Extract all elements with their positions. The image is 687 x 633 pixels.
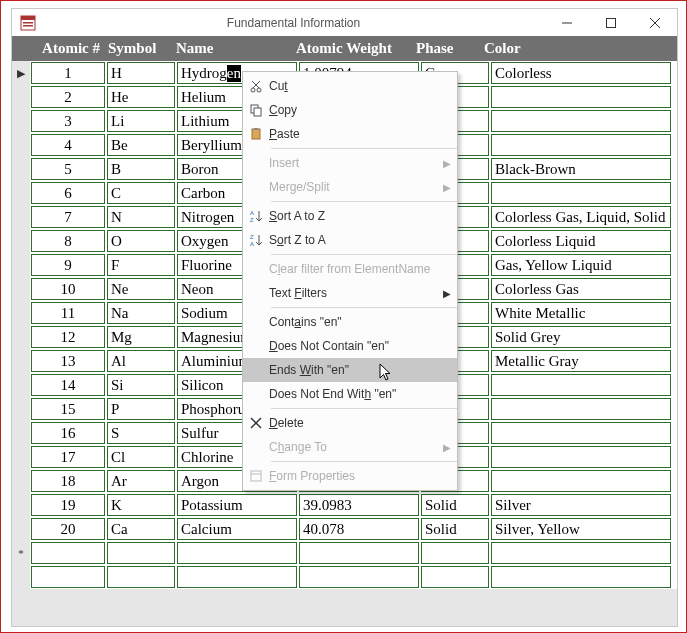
cell-color[interactable]: Silver, Yellow xyxy=(491,518,671,540)
row-selector[interactable]: * xyxy=(12,541,30,565)
row-selector[interactable]: ▶ xyxy=(12,61,30,85)
menu-not-end-with[interactable]: Does Not End With "en" xyxy=(243,382,457,406)
cell-atomic-num[interactable]: 5 xyxy=(31,158,105,180)
row-selector[interactable] xyxy=(12,205,30,229)
row-selector[interactable] xyxy=(12,421,30,445)
row-selector[interactable] xyxy=(12,133,30,157)
cell-symbol[interactable]: O xyxy=(107,230,175,252)
cell-atomic-num[interactable]: 20 xyxy=(31,518,105,540)
cell-empty[interactable] xyxy=(177,542,297,564)
cell-weight[interactable]: 40.078 xyxy=(299,518,419,540)
cell-symbol[interactable]: Cl xyxy=(107,446,175,468)
menu-contains[interactable]: Contains "en" xyxy=(243,310,457,334)
minimize-button[interactable] xyxy=(545,9,589,36)
cell-color[interactable]: White Metallic xyxy=(491,302,671,324)
cell-atomic-num[interactable]: 17 xyxy=(31,446,105,468)
cell-empty[interactable] xyxy=(491,542,671,564)
cell-atomic-num[interactable]: 7 xyxy=(31,206,105,228)
header-symbol[interactable]: Symbol xyxy=(104,40,172,57)
cell-atomic-num[interactable]: 9 xyxy=(31,254,105,276)
cell-symbol[interactable]: Li xyxy=(107,110,175,132)
new-row[interactable]: * xyxy=(12,541,677,565)
menu-text-filters[interactable]: Text Filters ▶ xyxy=(243,281,457,305)
cell-symbol[interactable]: C xyxy=(107,182,175,204)
cell-atomic-num[interactable]: 16 xyxy=(31,422,105,444)
row-selector[interactable] xyxy=(12,277,30,301)
cell-atomic-num[interactable]: 10 xyxy=(31,278,105,300)
close-button[interactable] xyxy=(633,9,677,36)
cell-atomic-num[interactable]: 8 xyxy=(31,230,105,252)
cell-color[interactable] xyxy=(491,134,671,156)
cell-empty[interactable] xyxy=(421,542,489,564)
cell-empty[interactable] xyxy=(31,542,105,564)
cell-symbol[interactable]: F xyxy=(107,254,175,276)
header-row[interactable]: Atomic # Symbol Name Atomic Weight Phase… xyxy=(12,36,677,61)
menu-not-contain[interactable]: Does Not Contain "en" xyxy=(243,334,457,358)
row-selector[interactable] xyxy=(12,445,30,469)
row-selector[interactable] xyxy=(12,325,30,349)
cell-symbol[interactable]: Si xyxy=(107,374,175,396)
row-selector[interactable] xyxy=(12,85,30,109)
cell-atomic-num[interactable]: 1 xyxy=(31,62,105,84)
table-row[interactable]: 19KPotassium39.0983SolidSilver xyxy=(12,493,677,517)
cell-atomic-num[interactable]: 11 xyxy=(31,302,105,324)
cell-color[interactable] xyxy=(491,398,671,420)
header-color[interactable]: Color xyxy=(480,40,660,57)
cell-symbol[interactable]: Be xyxy=(107,134,175,156)
header-name[interactable]: Name xyxy=(172,40,292,57)
row-selector[interactable] xyxy=(12,493,30,517)
cell-symbol[interactable]: H xyxy=(107,62,175,84)
cell-symbol[interactable]: N xyxy=(107,206,175,228)
cell-color[interactable]: Colorless Gas xyxy=(491,278,671,300)
cell-color[interactable]: Colorless xyxy=(491,62,671,84)
cell-color[interactable] xyxy=(491,182,671,204)
cell-atomic-num[interactable]: 14 xyxy=(31,374,105,396)
cell-color[interactable]: Colorless Liquid xyxy=(491,230,671,252)
cell-symbol[interactable]: P xyxy=(107,398,175,420)
row-selector[interactable] xyxy=(12,109,30,133)
cell-atomic-num[interactable]: 6 xyxy=(31,182,105,204)
cell-symbol[interactable]: Ne xyxy=(107,278,175,300)
cell-color[interactable]: Solid Grey xyxy=(491,326,671,348)
cell-symbol[interactable]: S xyxy=(107,422,175,444)
cell-color[interactable] xyxy=(491,110,671,132)
menu-cut[interactable]: Cut xyxy=(243,74,457,98)
cell-symbol[interactable]: Na xyxy=(107,302,175,324)
menu-sort-za[interactable]: ZA Sort Z to A xyxy=(243,228,457,252)
cell-phase[interactable]: Solid xyxy=(421,494,489,516)
cell-symbol[interactable]: B xyxy=(107,158,175,180)
cell-color[interactable]: Gas, Yellow Liquid xyxy=(491,254,671,276)
context-menu[interactable]: Cut Copy Paste Insert ▶ xyxy=(242,71,458,491)
cell-weight[interactable]: 39.0983 xyxy=(299,494,419,516)
header-atomic-num[interactable]: Atomic # xyxy=(30,40,104,57)
cell-symbol[interactable]: Mg xyxy=(107,326,175,348)
cell-atomic-num[interactable]: 3 xyxy=(31,110,105,132)
cell-empty[interactable] xyxy=(107,542,175,564)
cell-symbol[interactable]: K xyxy=(107,494,175,516)
cell-atomic-num[interactable]: 15 xyxy=(31,398,105,420)
cell-atomic-num[interactable]: 13 xyxy=(31,350,105,372)
cell-symbol[interactable]: Ar xyxy=(107,470,175,492)
cell-phase[interactable]: Solid xyxy=(421,518,489,540)
menu-delete[interactable]: Delete xyxy=(243,411,457,435)
maximize-button[interactable] xyxy=(589,9,633,36)
cell-color[interactable] xyxy=(491,374,671,396)
menu-sort-az[interactable]: AZ Sort A to Z xyxy=(243,204,457,228)
cell-atomic-num[interactable]: 18 xyxy=(31,470,105,492)
row-selector[interactable] xyxy=(12,157,30,181)
cell-atomic-num[interactable]: 4 xyxy=(31,134,105,156)
row-selector[interactable] xyxy=(12,397,30,421)
row-selector[interactable] xyxy=(12,301,30,325)
cell-name[interactable]: Calcium xyxy=(177,518,297,540)
cell-color[interactable] xyxy=(491,422,671,444)
cell-symbol[interactable]: He xyxy=(107,86,175,108)
menu-paste[interactable]: Paste xyxy=(243,122,457,146)
cell-atomic-num[interactable]: 19 xyxy=(31,494,105,516)
row-selector[interactable] xyxy=(12,373,30,397)
cell-atomic-num[interactable]: 12 xyxy=(31,326,105,348)
row-selector[interactable] xyxy=(12,181,30,205)
row-selector[interactable] xyxy=(12,469,30,493)
table-row[interactable]: 20CaCalcium40.078SolidSilver, Yellow xyxy=(12,517,677,541)
cell-atomic-num[interactable]: 2 xyxy=(31,86,105,108)
titlebar[interactable]: Fundamental Information xyxy=(12,9,677,36)
